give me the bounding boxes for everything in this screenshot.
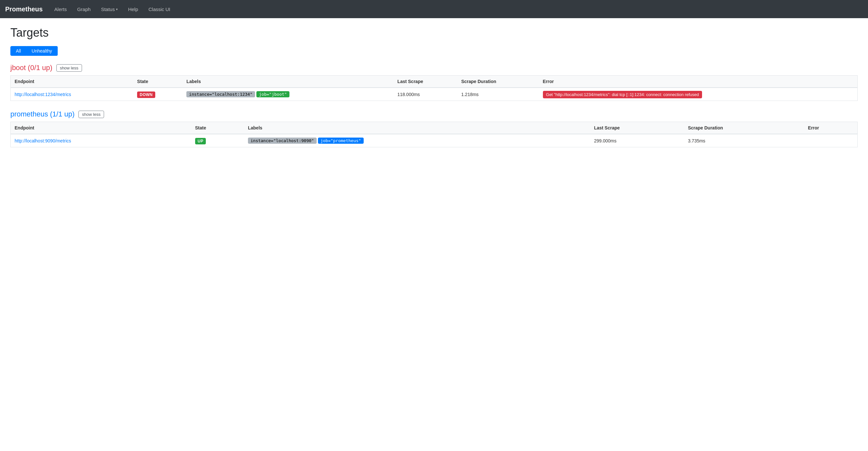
cell-state: UP <box>191 134 244 147</box>
col-last-scrape-prometheus: Last Scrape <box>590 122 684 134</box>
job-section-jboot: jboot (0/1 up) show less Endpoint State … <box>10 64 858 101</box>
label-badges-jboot: instance="localhost:1234" job="jboot" <box>186 91 390 97</box>
cell-endpoint: http://localhost:9090/metrics <box>11 134 191 147</box>
filter-buttons: All Unhealthy <box>10 46 858 56</box>
col-labels-jboot: Labels <box>183 76 394 88</box>
nav-brand[interactable]: Prometheus <box>5 5 43 13</box>
cell-error: Get "http://localhost:1234/metrics": dia… <box>539 88 858 101</box>
nav-links: Alerts Graph Status ▾ Help Classic UI <box>51 4 175 15</box>
col-scrape-duration-prometheus: Scrape Duration <box>684 122 804 134</box>
cell-last-scrape: 118.000ms <box>394 88 457 101</box>
nav-link-status[interactable]: Status ▾ <box>97 4 122 15</box>
cell-scrape-duration: 3.735ms <box>684 134 804 147</box>
table-body-jboot: http://localhost:1234/metrics DOWN insta… <box>11 88 858 101</box>
cell-error <box>804 134 858 147</box>
cell-scrape-duration: 1.218ms <box>457 88 539 101</box>
table-head-jboot: Endpoint State Labels Last Scrape Scrape… <box>11 76 858 88</box>
state-badge-down: DOWN <box>137 91 155 98</box>
cell-state: DOWN <box>133 88 183 101</box>
label-instance-prometheus: instance="localhost:9090" <box>248 138 317 144</box>
job-section-prometheus: prometheus (1/1 up) show less Endpoint S… <box>10 110 858 147</box>
label-job-jboot: job="jboot" <box>256 91 289 97</box>
table-row: http://localhost:1234/metrics DOWN insta… <box>11 88 858 101</box>
show-less-button-jboot[interactable]: show less <box>56 64 82 72</box>
label-instance-jboot: instance="localhost:1234" <box>186 91 255 97</box>
state-badge-up: UP <box>195 138 206 144</box>
nav-link-alerts[interactable]: Alerts <box>51 4 71 15</box>
table-body-prometheus: http://localhost:9090/metrics UP instanc… <box>11 134 858 147</box>
col-labels-prometheus: Labels <box>244 122 590 134</box>
nav-link-graph[interactable]: Graph <box>73 4 95 15</box>
cell-labels: instance="localhost:1234" job="jboot" <box>183 88 394 101</box>
error-message-jboot: Get "http://localhost:1234/metrics": dia… <box>543 91 702 98</box>
col-error-jboot: Error <box>539 76 858 88</box>
col-state-jboot: State <box>133 76 183 88</box>
filter-unhealthy-button[interactable]: Unhealthy <box>27 46 58 56</box>
cell-endpoint: http://localhost:1234/metrics <box>11 88 133 101</box>
nav-dropdown-status: Status ▾ <box>97 4 122 15</box>
job-title-prometheus: prometheus (1/1 up) <box>10 110 74 118</box>
navbar: Prometheus Alerts Graph Status ▾ Help Cl… <box>0 0 868 18</box>
chevron-down-icon: ▾ <box>116 7 118 11</box>
page-title: Targets <box>10 26 858 39</box>
filter-all-button[interactable]: All <box>10 46 27 56</box>
table-head-prometheus: Endpoint State Labels Last Scrape Scrape… <box>11 122 858 134</box>
show-less-button-prometheus[interactable]: show less <box>79 111 104 118</box>
cell-last-scrape: 299.000ms <box>590 134 684 147</box>
col-scrape-duration-jboot: Scrape Duration <box>457 76 539 88</box>
col-endpoint-jboot: Endpoint <box>11 76 133 88</box>
job-title-jboot: jboot (0/1 up) <box>10 64 53 72</box>
nav-link-help[interactable]: Help <box>124 4 142 15</box>
endpoint-link-jboot[interactable]: http://localhost:1234/metrics <box>14 92 71 97</box>
page-content: Targets All Unhealthy jboot (0/1 up) sho… <box>0 18 868 164</box>
endpoint-link-prometheus[interactable]: http://localhost:9090/metrics <box>14 138 71 143</box>
label-badges-prometheus: instance="localhost:9090" job="prometheu… <box>248 138 586 144</box>
col-endpoint-prometheus: Endpoint <box>11 122 191 134</box>
job-header-jboot: jboot (0/1 up) show less <box>10 64 858 72</box>
targets-table-jboot: Endpoint State Labels Last Scrape Scrape… <box>10 75 858 101</box>
cell-labels: instance="localhost:9090" job="prometheu… <box>244 134 590 147</box>
job-header-prometheus: prometheus (1/1 up) show less <box>10 110 858 118</box>
col-error-prometheus: Error <box>804 122 858 134</box>
col-last-scrape-jboot: Last Scrape <box>394 76 457 88</box>
col-state-prometheus: State <box>191 122 244 134</box>
targets-table-prometheus: Endpoint State Labels Last Scrape Scrape… <box>10 122 858 147</box>
table-row: http://localhost:9090/metrics UP instanc… <box>11 134 858 147</box>
label-job-prometheus: job="prometheus" <box>318 138 364 144</box>
nav-link-classic-ui[interactable]: Classic UI <box>145 4 175 15</box>
